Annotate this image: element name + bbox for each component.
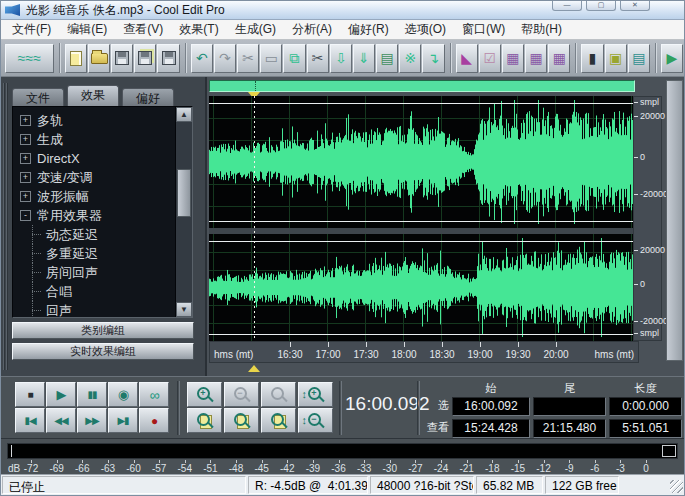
paste-to-new-button[interactable]: ⇓: [353, 44, 375, 73]
tree-item-1[interactable]: +多轨: [13, 111, 192, 130]
record-button[interactable]: ●: [139, 408, 169, 433]
collapse-icon[interactable]: -: [20, 210, 31, 221]
expand-icon[interactable]: +: [20, 134, 31, 145]
save-as-button[interactable]: [134, 44, 156, 73]
expand-icon[interactable]: +: [20, 172, 31, 183]
tree-item-9[interactable]: 房间回声: [13, 263, 192, 282]
tree-item-4[interactable]: +变速/变调: [13, 168, 192, 187]
redo-button[interactable]: ↷: [214, 44, 236, 73]
loop-button[interactable]: ∞: [139, 382, 169, 407]
time-field[interactable]: 0:00.000: [609, 397, 682, 416]
trim-button[interactable]: ✂: [237, 44, 259, 73]
zoom-sel-right-button[interactable]: [261, 408, 296, 433]
tree-item-11[interactable]: 回声: [13, 301, 192, 318]
waveform-display[interactable]: [209, 96, 633, 341]
menu-item-7[interactable]: 偏好(R): [340, 19, 397, 41]
save-selection-button[interactable]: [157, 44, 179, 73]
tree-item-7[interactable]: 动态延迟: [13, 225, 192, 244]
menu-item-8[interactable]: 选项(O): [397, 19, 454, 41]
scroll-down-icon[interactable]: ▼: [176, 302, 192, 317]
panel-grip[interactable]: [3, 83, 8, 370]
playlist-window-button[interactable]: ▤: [628, 44, 650, 73]
play-panel-button[interactable]: ▶: [661, 44, 683, 73]
zoom-out-button[interactable]: −: [224, 382, 259, 407]
undo-button[interactable]: ↶: [191, 44, 213, 73]
zoom-full-button[interactable]: [224, 408, 259, 433]
menu-item-2[interactable]: 编辑(E): [59, 19, 115, 41]
vertical-zoom-out-button[interactable]: ↕−: [298, 408, 333, 433]
maximize-button[interactable]: ▢: [586, 1, 616, 11]
menu-item-3[interactable]: 查看(V): [115, 19, 171, 41]
realtime-fx-group-button[interactable]: 实时效果编组: [12, 343, 194, 360]
close-button[interactable]: ✕: [620, 1, 650, 11]
menu-item-10[interactable]: 帮助(H): [513, 19, 570, 41]
pause-button[interactable]: ▮▮: [77, 382, 107, 407]
zoom-sel-left-button[interactable]: [187, 408, 222, 433]
eq-button[interactable]: ◣: [456, 44, 478, 73]
goto-button[interactable]: ↴: [422, 44, 444, 73]
tree-item-3[interactable]: +DirectX: [13, 149, 192, 168]
play-looped-button[interactable]: ◉: [108, 382, 138, 407]
tree-item-5[interactable]: +波形振幅: [13, 187, 192, 206]
cue-window-button[interactable]: ▮: [581, 44, 603, 73]
vertical-scrollbar[interactable]: [666, 80, 683, 361]
menu-item-9[interactable]: 窗口(W): [454, 19, 513, 41]
save-file-button[interactable]: [111, 44, 133, 73]
paste-button[interactable]: ⇩: [330, 44, 352, 73]
zoom-to-selection-button[interactable]: [261, 382, 296, 407]
minimize-button[interactable]: —: [552, 1, 582, 11]
noise-reduction-button[interactable]: ※: [399, 44, 421, 73]
playhead-marker-bottom[interactable]: [248, 365, 260, 372]
menu-item-4[interactable]: 效果(T): [171, 19, 226, 41]
scrollbar-thumb[interactable]: [177, 169, 191, 217]
time-field[interactable]: 16:00.092: [452, 397, 530, 416]
tree-scrollbar[interactable]: ▲▼: [175, 107, 192, 317]
expand-icon[interactable]: +: [20, 191, 31, 202]
marquee-select-button[interactable]: ▭: [260, 44, 282, 73]
play-button[interactable]: ▶: [46, 382, 76, 407]
category-group-button[interactable]: 类别编组: [12, 322, 194, 339]
vertical-zoom-in-button[interactable]: ↕+: [298, 382, 333, 407]
fx-rack-1-button[interactable]: ▦: [502, 44, 524, 73]
tree-item-6[interactable]: -常用效果器: [13, 206, 192, 225]
resize-grip[interactable]: [621, 476, 684, 494]
time-field[interactable]: [533, 397, 606, 416]
fast-forward-button[interactable]: ▶▶: [77, 408, 107, 433]
time-field[interactable]: 5:51.051: [609, 419, 682, 438]
menu-item-6[interactable]: 分析(A): [284, 19, 340, 41]
go-to-start-button[interactable]: ▮◀: [15, 408, 45, 433]
time-ruler[interactable]: hms (mt)16:3017:0017:3018:0018:3019:0019…: [209, 341, 639, 363]
tab-文件[interactable]: 文件: [12, 88, 64, 106]
zoom-in-button[interactable]: +: [187, 382, 222, 407]
cut-button[interactable]: ✂: [307, 44, 329, 73]
tab-效果[interactable]: 效果: [67, 85, 119, 106]
new-file-button[interactable]: [65, 44, 87, 73]
overview-nav-bar[interactable]: [209, 80, 635, 92]
rewind-button[interactable]: ◀◀: [46, 408, 76, 433]
tree-item-2[interactable]: +生成: [13, 130, 192, 149]
stop-button[interactable]: ■: [15, 382, 45, 407]
tree-item-8[interactable]: 多重延迟: [13, 244, 192, 263]
level-meter[interactable]: [7, 443, 678, 459]
fx-rack-2-button[interactable]: ▦: [525, 44, 547, 73]
scroll-up-icon[interactable]: ▲: [176, 107, 192, 122]
expand-icon[interactable]: +: [20, 153, 31, 164]
time-tick-label: 19:00: [467, 349, 492, 360]
tree-item-10[interactable]: 合唱: [13, 282, 192, 301]
mix-paste-button[interactable]: ▤: [376, 44, 398, 73]
title-bar[interactable]: 光影 纯音乐 佚名.mp3 - Cool Edit Pro — ▢ ✕: [1, 1, 684, 20]
search-window-button[interactable]: ▣: [605, 44, 627, 73]
copy-button[interactable]: ⧉: [283, 44, 305, 73]
time-field[interactable]: 15:24.428: [452, 419, 530, 438]
menu-item-1[interactable]: 文件(F): [4, 19, 59, 41]
expand-icon[interactable]: +: [20, 115, 31, 126]
go-to-end-button[interactable]: ▶▮: [108, 408, 138, 433]
fx-rack-3-button[interactable]: ▦: [548, 44, 570, 73]
amplitude-ruler[interactable]: smpl200000-20000200000-20000smpl: [633, 96, 662, 341]
checklist-button[interactable]: ☑: [479, 44, 501, 73]
tab-偏好[interactable]: 偏好: [122, 88, 174, 106]
open-file-button[interactable]: [88, 44, 110, 73]
time-field[interactable]: 21:15.480: [533, 419, 606, 438]
menu-item-5[interactable]: 生成(G): [227, 19, 284, 41]
multitrack-view-button[interactable]: ≈≈≈: [5, 44, 54, 73]
